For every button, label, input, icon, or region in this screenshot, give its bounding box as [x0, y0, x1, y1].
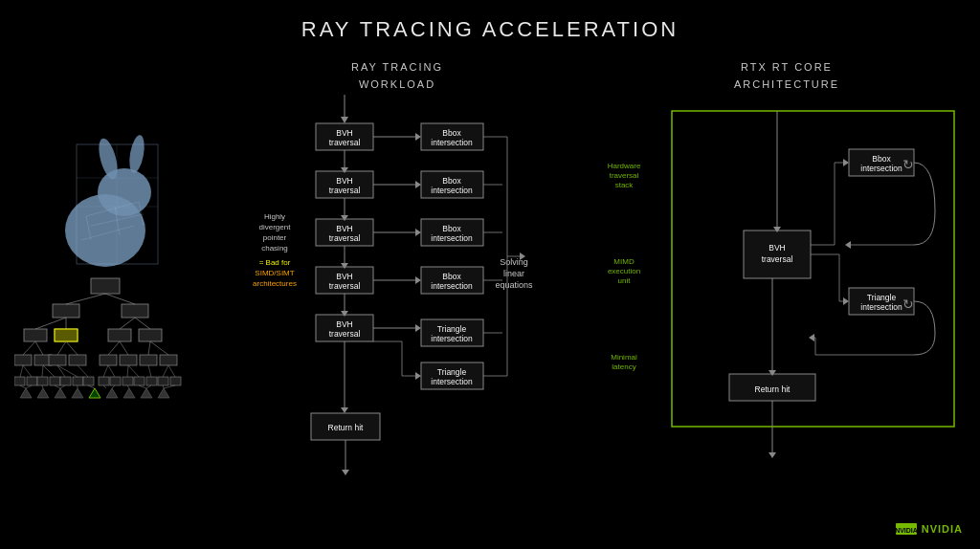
svg-line-36 — [23, 341, 35, 355]
svg-line-38 — [57, 341, 66, 355]
svg-point-1 — [98, 168, 151, 216]
svg-line-17 — [66, 294, 105, 304]
svg-rect-57 — [170, 377, 181, 385]
svg-line-81 — [20, 385, 26, 388]
nvidia-logo: NVIDIA NVIDIA — [896, 520, 963, 538]
svg-rect-53 — [122, 377, 133, 385]
svg-rect-45 — [27, 377, 37, 385]
svg-line-23 — [35, 318, 66, 329]
svg-rect-33 — [120, 355, 137, 365]
svg-rect-19 — [24, 329, 47, 341]
svg-line-92 — [146, 385, 151, 388]
svg-text:architectures: architectures — [253, 279, 297, 288]
svg-marker-160 — [341, 407, 348, 413]
page-container: RAY TRACING ACCELERATION — [0, 0, 980, 549]
svg-text:= Bad for: = Bad for — [259, 258, 291, 267]
svg-rect-31 — [69, 355, 86, 365]
svg-text:traversal: traversal — [329, 138, 361, 147]
svg-text:intersection: intersection — [431, 334, 473, 343]
svg-marker-158 — [415, 372, 421, 380]
svg-marker-77 — [106, 388, 118, 398]
svg-text:equations: equations — [495, 280, 533, 290]
svg-rect-16 — [122, 304, 148, 318]
rtx-diagram: Hardware traversal stack MIMD execution … — [605, 97, 969, 498]
svg-text:linear: linear — [503, 269, 524, 278]
svg-text:traversal: traversal — [610, 171, 639, 180]
svg-rect-34 — [140, 355, 157, 365]
svg-line-84 — [55, 385, 60, 388]
svg-line-59 — [23, 365, 32, 377]
svg-text:BVH: BVH — [336, 128, 352, 138]
svg-line-58 — [20, 365, 23, 377]
svg-marker-72 — [20, 388, 32, 398]
svg-text:unit: unit — [618, 276, 632, 285]
svg-rect-52 — [110, 377, 121, 385]
svg-marker-78 — [123, 388, 135, 398]
svg-marker-74 — [55, 388, 66, 398]
svg-text:divergent: divergent — [259, 223, 292, 231]
svg-text:traversal: traversal — [329, 281, 361, 291]
svg-rect-35 — [160, 355, 177, 365]
svg-marker-76 — [89, 388, 100, 398]
svg-rect-14 — [91, 278, 120, 294]
svg-text:intersection: intersection — [860, 164, 902, 173]
svg-line-94 — [164, 385, 175, 388]
svg-line-63 — [57, 365, 78, 377]
svg-line-90 — [127, 385, 129, 388]
svg-rect-47 — [50, 377, 60, 385]
svg-line-18 — [105, 294, 135, 304]
svg-marker-204 — [843, 159, 849, 166]
svg-text:↻: ↻ — [902, 296, 914, 312]
workload-title: RAY TRACING WORKLOAD — [351, 59, 443, 93]
svg-text:intersection: intersection — [431, 233, 473, 243]
svg-text:BVH: BVH — [336, 224, 352, 233]
svg-rect-22 — [139, 329, 162, 341]
middle-section: RAY TRACING WORKLOAD Highly divergent po… — [211, 52, 584, 543]
svg-line-39 — [66, 341, 78, 355]
svg-marker-141 — [415, 229, 421, 236]
svg-text:NVIDIA: NVIDIA — [896, 527, 917, 534]
svg-line-37 — [35, 341, 43, 355]
svg-marker-80 — [158, 388, 169, 398]
svg-line-40 — [108, 341, 120, 355]
right-section: RTX RT CORE ARCHITECTURE Hardware traver… — [584, 52, 980, 543]
svg-text:Triangle: Triangle — [867, 293, 897, 302]
svg-line-68 — [128, 365, 139, 377]
svg-line-85 — [60, 385, 65, 388]
svg-rect-15 — [53, 304, 79, 318]
svg-text:traversal: traversal — [329, 329, 361, 339]
svg-line-65 — [103, 365, 108, 377]
svg-text:Triangle: Triangle — [437, 367, 467, 377]
svg-line-88 — [103, 385, 106, 388]
svg-text:chasing: chasing — [261, 244, 288, 253]
svg-rect-30 — [49, 355, 66, 365]
left-section — [0, 52, 211, 543]
svg-text:pointer: pointer — [263, 233, 287, 242]
svg-marker-216 — [809, 334, 814, 341]
svg-text:intersection: intersection — [431, 138, 473, 147]
svg-text:BVH: BVH — [336, 176, 352, 186]
svg-line-93 — [163, 385, 164, 388]
svg-line-60 — [42, 365, 43, 377]
svg-line-26 — [135, 318, 150, 329]
svg-text:Return hit: Return hit — [755, 384, 791, 394]
svg-rect-54 — [134, 377, 145, 385]
svg-text:traversal: traversal — [329, 233, 361, 243]
svg-line-62 — [57, 365, 65, 377]
svg-line-61 — [43, 365, 55, 377]
svg-line-70 — [163, 365, 168, 377]
svg-marker-73 — [37, 388, 49, 398]
svg-line-89 — [112, 385, 115, 388]
rtx-title: RTX RT CORE ARCHITECTURE — [734, 59, 839, 93]
svg-rect-32 — [100, 355, 117, 365]
svg-marker-164 — [342, 470, 349, 475]
svg-marker-103 — [341, 117, 348, 123]
svg-text:BVH: BVH — [768, 243, 785, 253]
svg-text:Bbox: Bbox — [442, 224, 461, 233]
svg-text:Triangle: Triangle — [437, 324, 467, 334]
svg-marker-211 — [845, 241, 851, 249]
svg-rect-27 — [55, 329, 78, 341]
svg-line-71 — [168, 365, 175, 377]
svg-text:Bbox: Bbox — [442, 128, 461, 138]
svg-text:↻: ↻ — [902, 157, 914, 172]
